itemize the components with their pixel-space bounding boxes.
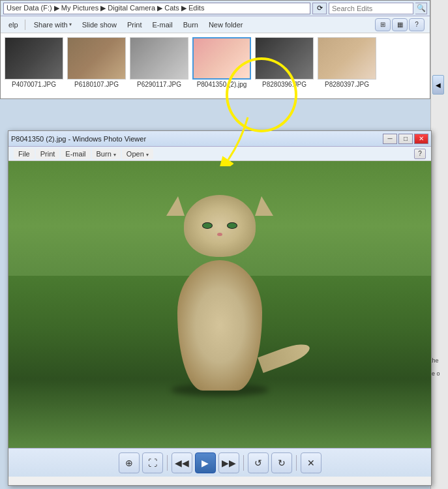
delete-icon: ✕	[307, 458, 315, 468]
thumb-image-4	[192, 37, 251, 80]
thumbnail-1[interactable]: P4070071.JPG	[5, 37, 63, 88]
prev-icon: ◀◀	[175, 458, 189, 468]
thumbnail-4-selected[interactable]: P8041350 (2).jpg	[192, 37, 251, 88]
cat-dark2-image	[256, 38, 313, 79]
refresh-button[interactable]: ⟳	[312, 3, 327, 14]
delete-button[interactable]: ✕	[301, 452, 321, 473]
sidebar-scroll-indicator[interactable]: ◀	[432, 75, 444, 95]
play-button[interactable]: ▶	[195, 452, 216, 473]
prev-button[interactable]: ◀◀	[172, 452, 192, 473]
print-label: Print	[40, 150, 55, 158]
sidebar-partial: ◀	[430, 0, 448, 489]
burn-label: Burn	[183, 21, 198, 29]
play-icon: ▶	[202, 458, 209, 468]
cat-figure	[155, 182, 285, 391]
email-menu[interactable]: E-mail	[61, 149, 90, 159]
print-menu[interactable]: Print	[36, 149, 60, 159]
view-toggle-button[interactable]: ▦	[392, 18, 408, 31]
open-menu[interactable]: Open ▾	[122, 149, 153, 159]
view-options-button[interactable]: ⊞	[375, 18, 391, 31]
burn-label: Burn	[97, 150, 112, 158]
file-label: File	[18, 150, 30, 158]
explorer-toolbar: elp Share with ▾ Slide show Print E-mail…	[1, 16, 430, 33]
image-display-area	[8, 161, 431, 448]
cat-eye-right	[227, 222, 237, 229]
thumbnail-2[interactable]: P6180107.JPG	[67, 37, 126, 88]
cat-tabby-image	[68, 38, 125, 79]
print-label: Print	[127, 21, 142, 29]
search-button[interactable]: 🔍	[415, 3, 427, 14]
photo-viewer-title: P8041350 (2).jpg - Windows Photo Viewer	[11, 135, 146, 143]
slideshow-label: Slide show	[82, 21, 117, 29]
open-label: Open	[127, 150, 144, 158]
thumb-image-2	[67, 37, 126, 80]
photo-viewer-menubar: File Print E-mail Burn ▾ Open ▾ ?	[8, 147, 431, 161]
cat-eye-left	[202, 222, 213, 229]
share-with-button[interactable]: Share with ▾	[29, 19, 76, 31]
email-label: E-mail	[65, 150, 85, 158]
thumbnail-area: P4070071.JPG P6180107.JPG P6290117.JPG P…	[1, 33, 430, 98]
slideshow-button[interactable]: Slide show	[78, 19, 121, 31]
thumb-label-5: P8280396.JPG	[262, 81, 306, 88]
search-input[interactable]	[329, 3, 413, 14]
thumb-label-1: P4070071.JPG	[12, 81, 56, 88]
email-label: E-mail	[153, 21, 173, 29]
thumb-label-4: P8041350 (2).jpg	[197, 81, 247, 88]
main-photo	[8, 161, 431, 448]
cat-body-fur	[177, 260, 262, 391]
close-button[interactable]: ✕	[414, 134, 428, 144]
thumbnail-5[interactable]: P8280396.JPG	[255, 37, 314, 88]
address-path-text: User Data (F:) ▶ My Pictures ▶ Digital C…	[7, 4, 204, 12]
burn-menu[interactable]: Burn ▾	[92, 149, 121, 159]
new-folder-button[interactable]: New folder	[204, 19, 248, 31]
maximize-button[interactable]: □	[398, 134, 413, 144]
explorer-window: User Data (F:) ▶ My Pictures ▶ Digital C…	[0, 0, 430, 99]
help-label: elp	[6, 20, 21, 30]
file-menu[interactable]: File	[14, 149, 35, 159]
thumb-label-2: P6180107.JPG	[74, 81, 119, 88]
new-folder-label: New folder	[209, 21, 243, 29]
cat-head	[184, 195, 256, 257]
actual-size-icon: ⛶	[148, 458, 157, 468]
share-with-label: Share with	[34, 21, 68, 29]
thumbnail-3[interactable]: P6290117.JPG	[130, 37, 188, 88]
sidebar-text-1: the	[430, 357, 445, 364]
rotate-cw-icon: ↻	[278, 458, 286, 468]
zoom-in-icon: ⊕	[125, 458, 133, 468]
photo-viewer-window: P8041350 (2).jpg - Windows Photo Viewer …	[8, 130, 432, 486]
cat-selected-image	[194, 38, 250, 78]
thumb-image-5	[255, 37, 314, 80]
open-arrow-icon: ▾	[146, 152, 149, 158]
thumb-label-6: P8280397.JPG	[325, 81, 369, 88]
toolbar-separator-1	[167, 455, 168, 471]
cat-gray-image	[130, 38, 188, 79]
rotate-cw-button[interactable]: ↻	[271, 452, 292, 473]
cat-nose	[217, 233, 222, 236]
actual-size-button[interactable]: ⛶	[142, 452, 163, 473]
zoom-in-button[interactable]: ⊕	[119, 452, 140, 473]
thumb-image-3	[130, 37, 188, 80]
help-button[interactable]: ?	[414, 149, 426, 159]
window-controls: ─ □ ✕	[383, 134, 428, 144]
help-icon-button[interactable]: ?	[409, 18, 425, 31]
address-path[interactable]: User Data (F:) ▶ My Pictures ▶ Digital C…	[3, 3, 310, 14]
toolbar-separator	[25, 20, 25, 30]
thumb-image-1	[5, 37, 63, 80]
burn-button[interactable]: Burn	[179, 19, 203, 31]
share-arrow-icon: ▾	[69, 22, 72, 27]
minimize-button[interactable]: ─	[383, 134, 397, 144]
print-button[interactable]: Print	[123, 19, 147, 31]
email-button[interactable]: E-mail	[148, 19, 177, 31]
next-icon: ▶▶	[222, 458, 236, 468]
photo-viewer-titlebar: P8041350 (2).jpg - Windows Photo Viewer …	[8, 131, 431, 147]
next-button[interactable]: ▶▶	[218, 452, 239, 473]
sidebar-text-2: le o	[430, 370, 445, 377]
burn-arrow-icon: ▾	[113, 152, 116, 158]
rotate-ccw-button[interactable]: ↺	[248, 452, 269, 473]
cat-dark-image	[5, 38, 63, 79]
thumb-label-3: P6290117.JPG	[137, 81, 181, 88]
thumbnail-6[interactable]: P8280397.JPG	[318, 37, 376, 88]
cat-ear-left	[166, 196, 185, 216]
toolbar-separator-2	[243, 455, 244, 471]
thumb-image-6	[318, 37, 376, 80]
